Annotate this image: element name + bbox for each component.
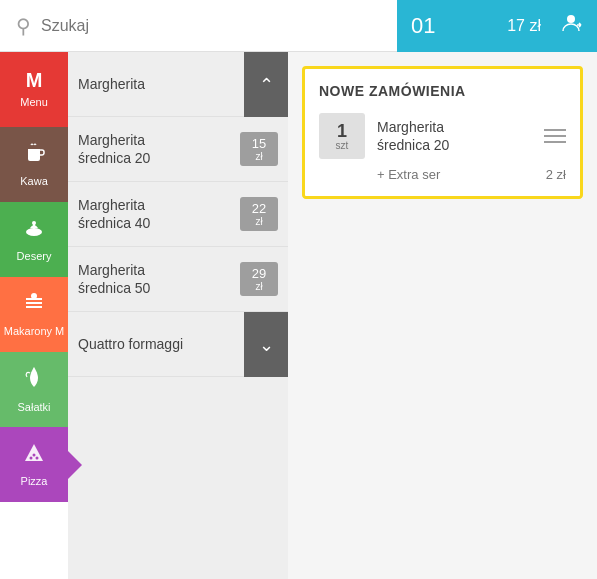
hamburger-line-3 (544, 141, 566, 143)
search-icon: ⚲ (16, 14, 31, 38)
order-item-info: Margheritaśrednica 20 (377, 118, 532, 154)
arrow-up-btn[interactable]: ⌃ (244, 52, 288, 117)
menu-item-1[interactable]: Margheritaśrednica 20 15zł (68, 117, 288, 182)
menu-item-name-0: Margherita (78, 75, 145, 93)
sidebar-item-desery[interactable]: Desery (0, 202, 68, 277)
app-header: ⚲ 01 17 zł (0, 0, 597, 52)
search-area: ⚲ (0, 14, 397, 38)
quantity-unit: szt (336, 140, 349, 151)
hamburger-line-1 (544, 129, 566, 131)
search-input[interactable] (41, 17, 381, 35)
menu-item-name-3: Margheritaśrednica 50 (78, 261, 150, 297)
menu-list: Margherita ⌃ Margheritaśrednica 20 15zł … (68, 52, 288, 579)
order-number: 01 (411, 13, 435, 39)
menu-item-4[interactable]: Quattro formaggi ⌄ (68, 312, 288, 377)
active-arrow (68, 451, 82, 479)
menu-item-3[interactable]: Margheritaśrednica 50 29zł (68, 247, 288, 312)
order-item-name: Margheritaśrednica 20 (377, 119, 449, 153)
desery-icon (22, 216, 46, 246)
svg-point-5 (30, 456, 33, 459)
svg-point-2 (32, 221, 36, 225)
arrow-down-btn[interactable]: ⌄ (244, 312, 288, 377)
sidebar-item-menu-label: Menu (20, 96, 48, 109)
order-row: 1 szt Margheritaśrednica 20 (319, 113, 566, 159)
main-content: M Menu Kawa (0, 52, 597, 579)
menu-item-0[interactable]: Margherita ⌃ (68, 52, 288, 117)
svg-point-0 (567, 15, 575, 23)
quantity-number: 1 (337, 122, 347, 140)
extras-price: 2 zł (546, 167, 566, 182)
sidebar-item-makarony-label: Makarony M (4, 325, 65, 338)
menu-item-price-2: 22zł (240, 197, 278, 231)
menu-item-price-1: 15zł (240, 132, 278, 166)
sidebar-item-pizza[interactable]: Pizza (0, 427, 68, 502)
svg-point-6 (36, 456, 39, 459)
menu-item-price-3: 29zł (240, 262, 278, 296)
svg-point-3 (31, 293, 37, 299)
hamburger-line-2 (544, 135, 566, 137)
order-panel: NOWE ZAMÓWIENIA 1 szt Margheritaśrednica… (288, 52, 597, 579)
kawa-icon (22, 141, 46, 171)
sidebar-item-menu[interactable]: M Menu (0, 52, 68, 127)
menu-item-name-4: Quattro formaggi (78, 335, 183, 353)
order-box: NOWE ZAMÓWIENIA 1 szt Margheritaśrednica… (302, 66, 583, 199)
sidebar-item-makarony[interactable]: Makarony M (0, 277, 68, 352)
sidebar-item-desery-label: Desery (17, 250, 52, 263)
sidebar-item-kawa-label: Kawa (20, 175, 48, 188)
salatki-icon (23, 365, 45, 397)
hamburger-menu-icon[interactable] (544, 129, 566, 143)
extras-row: + Extra ser 2 zł (319, 167, 566, 182)
sidebar-item-salatki[interactable]: Sałatki (0, 352, 68, 427)
menu-item-name-1: Margheritaśrednica 20 (78, 131, 150, 167)
quantity-badge: 1 szt (319, 113, 365, 159)
extras-label: + Extra ser (377, 167, 440, 182)
sidebar-item-kawa[interactable]: Kawa (0, 127, 68, 202)
sidebar: M Menu Kawa (0, 52, 68, 579)
svg-point-4 (33, 453, 36, 456)
menu-item-name-2: Margheritaśrednica 40 (78, 196, 150, 232)
menu-icon: M (26, 69, 43, 92)
makarony-icon (22, 291, 46, 321)
sidebar-item-salatki-label: Sałatki (17, 401, 50, 414)
sidebar-item-pizza-label: Pizza (21, 475, 48, 488)
pizza-icon (22, 441, 46, 471)
order-price: 17 zł (507, 17, 541, 35)
user-icon[interactable] (559, 11, 583, 40)
order-title: NOWE ZAMÓWIENIA (319, 83, 566, 99)
header-right: 01 17 zł (397, 0, 597, 52)
menu-item-2[interactable]: Margheritaśrednica 40 22zł (68, 182, 288, 247)
